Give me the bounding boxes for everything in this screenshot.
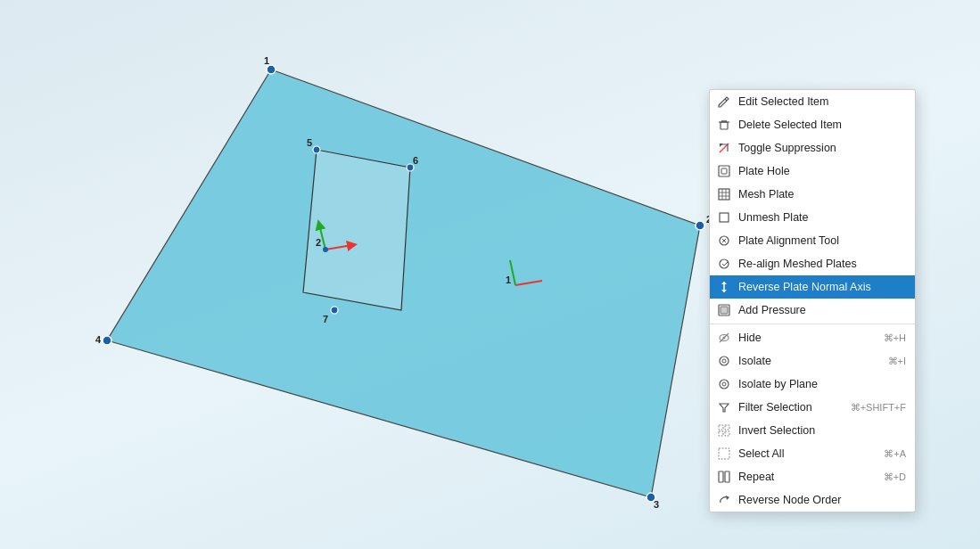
menu-item-label: Plate Hole	[738, 165, 906, 177]
repeat-icon	[717, 470, 731, 484]
svg-point-8	[646, 493, 655, 502]
svg-text:4: 4	[95, 334, 102, 345]
menu-item-label: Invert Selection	[738, 424, 906, 437]
isolate-plane-icon	[717, 377, 731, 391]
svg-text:3: 3	[654, 499, 659, 510]
svg-rect-42	[721, 307, 728, 314]
menu-item-reverse-normal[interactable]: Reverse Plate Normal Axis	[710, 275, 915, 299]
svg-point-10	[313, 146, 320, 153]
menu-item-add-pressure[interactable]: Add Pressure	[710, 299, 915, 322]
menu-item-select-all[interactable]: Select All⌘+A	[710, 442, 915, 465]
svg-marker-1	[303, 150, 410, 310]
plate-3d-view: 1 2 3 4 5 6 7 2 1	[0, 0, 713, 549]
svg-point-9	[103, 336, 111, 345]
isolate-icon	[717, 354, 731, 368]
menu-item-edit-selected[interactable]: Edit Selected Item	[710, 90, 915, 113]
svg-rect-54	[725, 431, 729, 436]
svg-text:1: 1	[506, 274, 511, 285]
svg-text:6: 6	[413, 155, 418, 166]
svg-rect-53	[719, 431, 723, 436]
menu-item-label: Filter Selection	[738, 401, 844, 414]
align-icon	[717, 234, 731, 248]
menu-item-shortcut: ⌘+SHIFT+F	[851, 402, 906, 414]
svg-text:1: 1	[264, 55, 269, 66]
grid-hole-icon	[717, 164, 731, 178]
svg-point-48	[720, 380, 729, 389]
trash-icon	[717, 118, 731, 132]
menu-item-delete-selected[interactable]: Delete Selected Item	[710, 113, 915, 136]
reversenode-icon	[717, 493, 731, 507]
svg-marker-39	[721, 282, 727, 284]
menu-item-shortcut: ⌘+A	[884, 448, 906, 460]
svg-point-47	[722, 359, 726, 363]
svg-rect-37	[720, 213, 729, 222]
menu-item-label: Delete Selected Item	[738, 119, 906, 131]
menu-item-label: Mesh Plate	[738, 188, 906, 201]
menu-item-label: Plate Alignment Tool	[738, 234, 906, 247]
menu-item-label: Unmesh Plate	[738, 211, 906, 224]
menu-item-label: Reverse Plate Normal Axis	[738, 281, 906, 293]
svg-rect-32	[719, 189, 729, 200]
svg-point-7	[696, 221, 704, 230]
svg-point-12	[331, 307, 338, 314]
svg-rect-23	[721, 122, 728, 129]
svg-line-2	[325, 245, 352, 250]
svg-rect-30	[719, 166, 729, 176]
svg-point-46	[720, 356, 729, 365]
menu-item-hide[interactable]: Hide⌘+H	[710, 326, 915, 349]
filter-icon	[717, 400, 731, 414]
menu-item-reverse-node-order[interactable]: Reverse Node Order	[710, 488, 915, 512]
svg-line-3	[319, 225, 325, 250]
svg-rect-52	[725, 425, 729, 430]
svg-text:5: 5	[307, 137, 312, 148]
menu-item-label: Re-align Meshed Plates	[738, 258, 906, 270]
svg-point-6	[267, 65, 276, 74]
menu-item-shortcut: ⌘+I	[888, 356, 906, 367]
hide-icon	[717, 331, 731, 345]
pressure-icon	[717, 303, 731, 317]
svg-rect-56	[719, 471, 723, 482]
menu-divider	[710, 324, 915, 324]
menu-item-filter-selection[interactable]: Filter Selection⌘+SHIFT+F	[710, 396, 915, 419]
menu-item-plate-hole[interactable]: Plate Hole	[710, 160, 915, 183]
menu-item-repeat[interactable]: Repeat⌘+D	[710, 465, 915, 488]
svg-point-11	[407, 164, 414, 171]
svg-marker-50	[720, 404, 729, 412]
reverse-icon	[717, 280, 731, 294]
invert-icon	[717, 423, 731, 438]
menu-item-label: Edit Selected Item	[738, 95, 906, 108]
menu-item-isolate[interactable]: Isolate⌘+I	[710, 349, 915, 373]
menu-item-label: Reverse Node Order	[738, 494, 906, 506]
menu-item-label: Hide	[738, 332, 877, 344]
menu-item-toggle-suppression[interactable]: Toggle Suppression	[710, 136, 915, 160]
pencil-icon	[717, 94, 731, 109]
menu-item-isolate-by-plane[interactable]: Isolate by Plane	[710, 373, 915, 396]
menu-item-invert-selection[interactable]: Invert Selection	[710, 419, 915, 442]
menu-item-unmesh-plate[interactable]: Unmesh Plate	[710, 206, 915, 229]
svg-text:2: 2	[316, 237, 321, 248]
svg-marker-40	[721, 290, 727, 292]
menu-item-shortcut: ⌘+H	[884, 332, 906, 344]
svg-rect-31	[721, 168, 727, 174]
menu-item-realign-meshed[interactable]: Re-align Meshed Plates	[710, 252, 915, 275]
svg-line-4	[515, 281, 542, 285]
menu-item-mesh-plate[interactable]: Mesh Plate	[710, 183, 915, 206]
svg-text:7: 7	[323, 314, 328, 324]
svg-marker-0	[107, 70, 700, 497]
svg-point-49	[722, 382, 726, 386]
context-menu: Edit Selected ItemDelete Selected ItemTo…	[709, 89, 916, 512]
menu-item-plate-alignment[interactable]: Plate Alignment Tool	[710, 229, 915, 252]
menu-item-label: Isolate by Plane	[738, 378, 906, 390]
menu-item-label: Add Pressure	[738, 304, 906, 316]
svg-rect-57	[725, 471, 729, 482]
menu-item-label: Isolate	[738, 355, 881, 367]
toggle-icon	[717, 141, 731, 155]
selectall-icon	[717, 447, 731, 461]
svg-rect-51	[719, 425, 723, 430]
svg-line-5	[510, 260, 515, 285]
svg-rect-55	[719, 448, 729, 459]
menu-item-label: Toggle Suppression	[738, 142, 906, 154]
menu-item-label: Repeat	[738, 471, 877, 483]
menu-item-label: Select All	[738, 447, 877, 460]
menu-item-shortcut: ⌘+D	[884, 471, 906, 483]
